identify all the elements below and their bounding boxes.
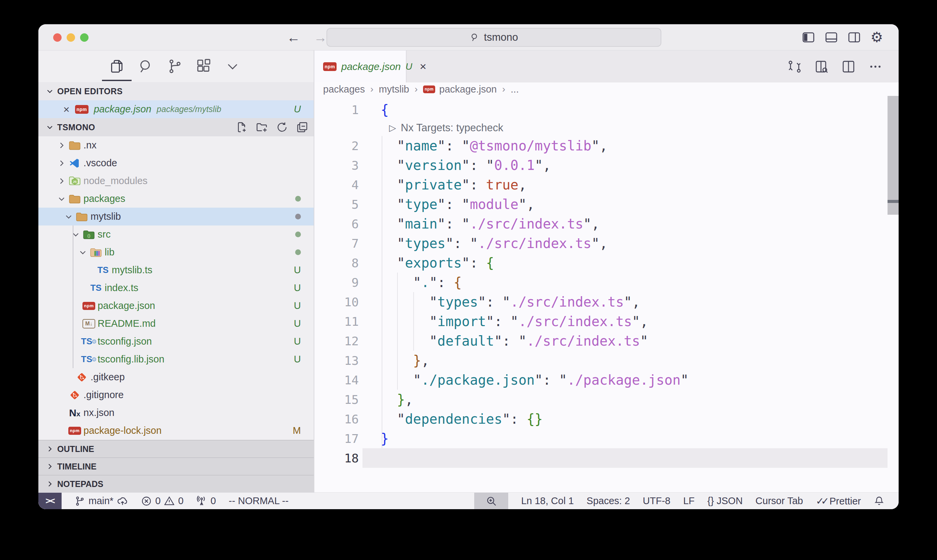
breadcrumb-item[interactable]: npmpackage.json — [423, 84, 497, 95]
code-line-9[interactable]: 9 ".": { — [314, 272, 899, 292]
notifications-bell-icon[interactable] — [874, 496, 885, 506]
more-actions-icon[interactable] — [868, 60, 883, 74]
chevron-down-icon[interactable] — [63, 211, 74, 222]
breadcrumb-item[interactable]: packages — [323, 84, 365, 95]
navigate-forward-icon[interactable]: → — [314, 30, 327, 45]
indentation-item[interactable]: Spaces: 2 — [587, 495, 630, 506]
code-line-14[interactable]: 14 "./package.json": "./package.json" — [314, 370, 899, 390]
close-tab-icon[interactable]: × — [420, 60, 426, 73]
language-item[interactable]: {} JSON — [708, 495, 743, 506]
code-line-18[interactable]: 18 — [314, 448, 899, 468]
code-line-10[interactable]: 10 "types": "./src/index.ts", — [314, 292, 899, 312]
chevron-right-icon[interactable] — [56, 140, 67, 151]
ports-status-item[interactable]: 0 — [196, 495, 216, 506]
formatter-item[interactable]: ✓✓Prettier — [816, 495, 861, 507]
cursor-tab-item[interactable]: Cursor Tab — [755, 495, 803, 506]
code-line-13[interactable]: 13 }, — [314, 351, 899, 370]
explorer-files-icon[interactable] — [109, 58, 125, 74]
code-editor[interactable]: 1{▷Nx Targets: typecheck2 "name": "@tsmo… — [314, 96, 899, 492]
code-line-17[interactable]: 17} — [314, 429, 899, 448]
new-file-icon[interactable] — [235, 121, 248, 133]
chevron-down-icon[interactable] — [77, 247, 89, 258]
chevron-down-icon — [46, 123, 54, 131]
collapse-all-icon[interactable] — [296, 121, 308, 133]
breadcrumb-item[interactable]: ... — [511, 84, 519, 95]
tree-item-lib[interactable]: lib — [38, 243, 314, 261]
editor-group: npm package.json U × packages›mytslib›np… — [314, 51, 899, 492]
tree-item-label: tsconfig.json — [98, 336, 152, 347]
split-editor-icon[interactable] — [842, 60, 855, 74]
toggle-panel-icon[interactable] — [825, 31, 838, 44]
code-line-2[interactable]: 2 "name": "@tsmono/mytslib", — [314, 136, 899, 155]
tab-package-json[interactable]: npm package.json U × — [314, 51, 406, 82]
navigate-back-icon[interactable]: ← — [287, 30, 300, 45]
code-line-16[interactable]: 16 "dependencies": {} — [314, 409, 899, 429]
tree-item-package-lock-json[interactable]: npmpackage-lock.jsonM — [38, 422, 314, 440]
encoding-item[interactable]: UTF-8 — [643, 495, 671, 506]
source-control-icon[interactable] — [167, 58, 182, 74]
toggle-primary-sidebar-icon[interactable] — [802, 31, 815, 44]
search-value: tsmono — [484, 31, 518, 43]
code-line-11[interactable]: 11 "import": "./src/index.ts", — [314, 312, 899, 331]
code-line-6[interactable]: 6 "main": "./src/index.ts", — [314, 214, 899, 234]
problems-status-item[interactable]: 0 0 — [141, 495, 183, 506]
tree-item-node-modules[interactable]: JSnode_modules — [38, 172, 314, 190]
new-folder-icon[interactable] — [256, 121, 268, 133]
open-editor-item[interactable]: × npm package.json packages/mytslib U — [38, 100, 314, 118]
tree-item-readme-md[interactable]: M↓README.mdU — [38, 315, 314, 332]
breadcrumb-item[interactable]: mytslib — [378, 84, 409, 95]
code-line-3[interactable]: 3 "version": "0.0.1", — [314, 155, 899, 175]
tree-item-mytslib-ts[interactable]: TSmytslib.tsU — [38, 261, 314, 279]
file-tree: .nx.vscodeJSnode_modulespackagesmytslib⟨… — [38, 136, 314, 440]
eol-item[interactable]: LF — [683, 495, 695, 506]
refresh-icon[interactable] — [276, 121, 288, 133]
code-lens-nx-targets[interactable]: ▷Nx Targets: typecheck — [314, 120, 899, 136]
cursor-position-item[interactable]: Ln 18, Col 1 — [521, 495, 574, 506]
tree-item-tsconfig-lib-json[interactable]: TS⚙tsconfig.lib.jsonU — [38, 350, 314, 368]
tree-item-nx-json[interactable]: Nxnx.json — [38, 404, 314, 422]
tree-item-mytslib[interactable]: mytslib — [38, 208, 314, 226]
remote-indicator[interactable]: >< — [38, 493, 62, 509]
tree-item--gitkeep[interactable]: .gitkeep — [38, 368, 314, 386]
code-line-15[interactable]: 15 }, — [314, 390, 899, 409]
tree-item-tsconfig-json[interactable]: TS⚙tsconfig.jsonU — [38, 332, 314, 350]
extensions-icon[interactable] — [196, 58, 211, 74]
branch-status-item[interactable]: main* — [74, 495, 128, 507]
tree-item-package-json[interactable]: npmpackage.jsonU — [38, 297, 314, 315]
command-center-search[interactable]: tsmono — [326, 28, 662, 47]
sidebar-toolbar — [38, 51, 314, 82]
tree-item-src[interactable]: ⟨⟩src — [38, 226, 314, 243]
chevron-down-icon[interactable] — [70, 229, 82, 240]
outline-section-header[interactable]: OUTLINE — [38, 440, 314, 457]
settings-gear-icon[interactable]: ⚙ — [870, 30, 883, 45]
zoom-window-button[interactable] — [80, 33, 89, 42]
chevron-right-icon[interactable] — [56, 175, 67, 187]
timeline-section-header[interactable]: TIMELINE — [38, 457, 314, 475]
search-view-icon[interactable] — [138, 58, 154, 74]
tree-item-index-ts[interactable]: TSindex.tsU — [38, 279, 314, 297]
more-views-chevron-icon[interactable] — [225, 58, 240, 74]
code-line-1[interactable]: 1{ — [314, 100, 899, 120]
code-line-5[interactable]: 5 "type": "module", — [314, 194, 899, 214]
chevron-down-icon[interactable] — [56, 193, 67, 205]
code-line-12[interactable]: 12 "default": "./src/index.ts" — [314, 331, 899, 351]
notepads-section-header[interactable]: NOTEPADS — [38, 475, 314, 492]
close-editor-icon[interactable]: × — [63, 104, 70, 115]
tree-item--gitignore[interactable]: .gitignore — [38, 386, 314, 404]
code-line-7[interactable]: 7 "types": "./src/index.ts", — [314, 234, 899, 253]
code-line-8[interactable]: 8 "exports": { — [314, 253, 899, 272]
minimize-window-button[interactable] — [67, 33, 75, 42]
close-window-button[interactable] — [53, 33, 62, 42]
open-preview-icon[interactable] — [814, 60, 829, 74]
toggle-secondary-sidebar-icon[interactable] — [848, 31, 861, 44]
workspace-header[interactable]: TSMONO — [38, 118, 314, 136]
tree-item--vscode[interactable]: .vscode — [38, 154, 314, 172]
tree-item--nx[interactable]: .nx — [38, 136, 314, 154]
tree-item-packages[interactable]: packages — [38, 190, 314, 208]
change-dot-badge — [295, 249, 301, 255]
chevron-right-icon[interactable] — [56, 157, 67, 169]
code-line-4[interactable]: 4 "private": true, — [314, 175, 899, 194]
zoom-indicator[interactable] — [474, 493, 508, 509]
open-changes-icon[interactable] — [788, 60, 802, 74]
open-editors-header[interactable]: OPEN EDITORS — [38, 82, 314, 100]
